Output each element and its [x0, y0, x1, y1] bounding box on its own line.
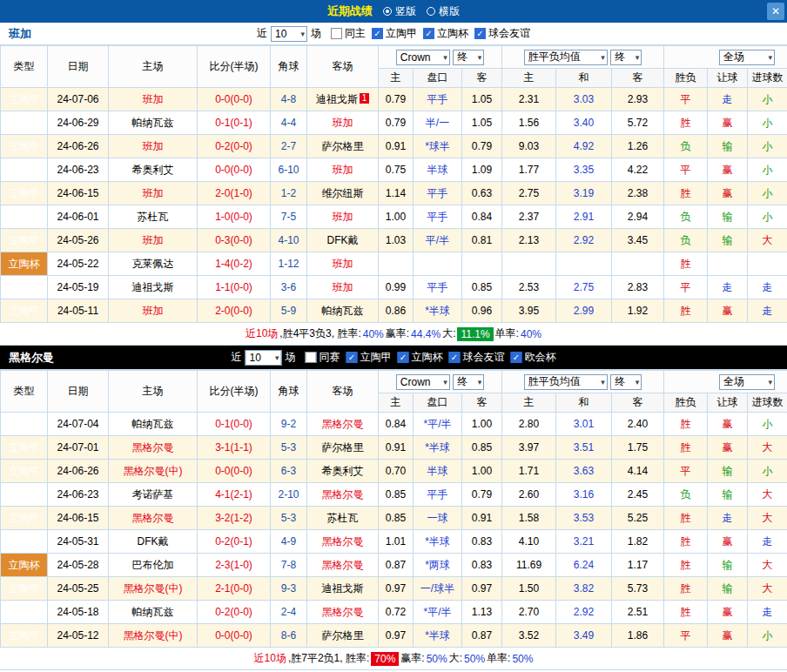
home-team-cell: 迪祖戈斯 [109, 276, 198, 299]
titlebar: 近期战绩 竖版 横版 ✕ [0, 0, 787, 23]
filter-checkbox-球会友谊[interactable]: ✓球会友谊 [474, 26, 530, 41]
handicap-result-cell: 输 [708, 554, 748, 577]
avg-draw-cell: 2.91 [556, 205, 612, 229]
avg-draw-cell: 3.16 [556, 483, 612, 507]
col-header-avg-away: 客 [612, 393, 664, 413]
handicap-cell: *平/半 [414, 601, 462, 624]
team-name: 迪祖戈斯 [132, 281, 174, 293]
filter-checkbox-欧会杯[interactable]: ✓欧会杯 [511, 350, 556, 365]
date-cell: 24-05-22 [48, 252, 109, 276]
avg-away-cell: 5.25 [612, 507, 664, 530]
league-cell: 立陶甲 [1, 483, 48, 507]
col-header-handicap: 盘口 [414, 69, 462, 88]
col-header-type: 类型 [1, 371, 48, 413]
team-name: 希奥利艾 [322, 465, 364, 477]
match-count-select[interactable]: 10 ▾ [246, 350, 282, 366]
avg-draw-cell: 3.19 [556, 182, 612, 205]
handicap-result-cell: 输 [708, 205, 748, 229]
handicap-result-cell: 赢 [708, 158, 748, 182]
col-header-odds-away: 客 [462, 69, 502, 88]
checkbox-label: 球会友谊 [488, 26, 530, 41]
handicap-result-cell: 走 [708, 276, 748, 299]
scope-select[interactable]: 全场 ▾ [719, 374, 775, 390]
away-odds-cell: 0.87 [462, 624, 502, 648]
team-name: 班加 [333, 281, 353, 293]
stats-summary-away: 近10场,胜7平2负1, 胜率:70% 赢率:50% 大:50% 单率:50% [0, 648, 787, 670]
avg-home-cell: 2.75 [502, 182, 556, 205]
avg-home-cell: 1.71 [502, 460, 556, 483]
filter-checkbox-立陶杯[interactable]: ✓立陶杯 [423, 26, 468, 41]
away-team-cell: 迪祖戈斯 [307, 577, 379, 601]
home-team-cell: 希奥利艾 [109, 158, 198, 182]
avg-home-cell: 1.77 [502, 158, 556, 182]
summary-text: 近10场 [254, 651, 286, 666]
odds-source-select[interactable]: Crown ▾ [396, 50, 450, 65]
team-name: 帕纳瓦兹 [132, 418, 174, 430]
result-cell: 负 [664, 229, 708, 252]
filter-checkbox-立陶杯[interactable]: ✓立陶杯 [398, 350, 443, 365]
date-cell: 24-07-04 [48, 413, 109, 436]
summary-text: 40% [521, 328, 541, 340]
handicap-result-cell: 赢 [708, 111, 748, 135]
avg-draw-cell: 3.49 [556, 624, 612, 648]
home-odds-cell: 0.70 [379, 460, 414, 483]
result-cell: 胜 [664, 554, 708, 577]
col-header-odds-home: 主 [379, 393, 414, 413]
away-odds-cell: 0.97 [462, 577, 502, 601]
filter-checkbox-同主[interactable]: 同主 [331, 26, 366, 41]
view-radio-vertical[interactable]: 竖版 [383, 4, 416, 19]
highlighted-stat: 70% [371, 652, 399, 666]
team-name: 黑格尔曼(中) [124, 465, 183, 477]
avg-state-select[interactable]: 终 ▾ [610, 374, 642, 390]
filter-checkbox-同赛[interactable]: 同赛 [306, 350, 340, 365]
match-row: 立陶甲24-06-23考诺萨基4-1(2-1)2-10黑格尔曼0.85平手0.7… [1, 483, 787, 507]
match-count-select[interactable]: 10 ▾ [271, 26, 307, 42]
col-header-corner: 角球 [271, 46, 307, 88]
avg-draw-cell: 3.53 [556, 507, 612, 530]
result-cell: 胜 [664, 299, 708, 323]
avg-away-cell: 2.40 [612, 413, 664, 436]
match-row: 立陶甲24-06-15黑格尔曼3-2(1-2)5-3苏杜瓦0.85一球0.911… [1, 507, 787, 530]
corners-cell: 2-7 [271, 135, 307, 158]
league-cell: 立陶甲 [1, 413, 48, 436]
avg-away-cell: 1.17 [612, 554, 664, 577]
score-cell: 0-1(0-0) [198, 413, 271, 436]
view-radio-horizontal[interactable]: 横版 [427, 4, 460, 19]
odds-state-select[interactable]: 终 ▾ [453, 374, 484, 390]
goals-result-cell [748, 252, 787, 276]
date-cell: 24-05-18 [48, 601, 109, 624]
odds-source-select[interactable]: Crown ▾ [396, 374, 450, 390]
goals-result-cell: 大 [748, 436, 787, 460]
team-name: 班加 [333, 164, 353, 176]
odds-state-select[interactable]: 终 ▾ [453, 50, 484, 65]
chevron-down-icon: ▾ [636, 53, 640, 62]
scope-select[interactable]: 全场 ▾ [719, 50, 775, 65]
handicap-cell: 半球 [414, 460, 462, 483]
avg-away-cell: 5.73 [612, 577, 664, 601]
handicap-result-cell: 输 [708, 460, 748, 483]
away-team-cell: 希奥利艾 [307, 460, 379, 483]
score-cell: 3-2(1-2) [198, 507, 271, 530]
avg-home-cell: 4.10 [502, 530, 556, 554]
date-cell: 24-06-23 [48, 483, 109, 507]
league-cell: 立陶甲 [1, 205, 48, 229]
date-cell: 24-05-12 [48, 624, 109, 648]
team-name: 班加 [333, 117, 353, 129]
handicap-result-cell: 输 [708, 577, 748, 601]
filter-checkbox-球会友谊[interactable]: ✓球会友谊 [449, 350, 505, 365]
filter-checkbox-立陶甲[interactable]: ✓立陶甲 [372, 26, 417, 41]
close-button[interactable]: ✕ [767, 3, 784, 20]
avg-home-cell: 1.50 [502, 577, 556, 601]
match-row: 立陶甲24-05-19迪祖戈斯1-1(0-0)3-6班加0.99平手0.852.… [1, 276, 787, 299]
avg-away-cell: 1.92 [612, 299, 664, 323]
team-name: 萨尔格里 [322, 629, 364, 642]
col-header-corner: 角球 [271, 371, 307, 413]
corners-cell: 9-2 [271, 413, 307, 436]
avg-type-select[interactable]: 胜平负均值 ▾ [524, 374, 608, 390]
result-cell: 平 [664, 158, 708, 182]
avg-type-select[interactable]: 胜平负均值 ▾ [524, 50, 608, 65]
near-label: 近 [232, 350, 242, 365]
filter-checkbox-立陶甲[interactable]: ✓立陶甲 [346, 350, 392, 365]
avg-state-select[interactable]: 终 ▾ [610, 50, 642, 65]
away-team-cell: 萨尔格里 [307, 436, 379, 460]
